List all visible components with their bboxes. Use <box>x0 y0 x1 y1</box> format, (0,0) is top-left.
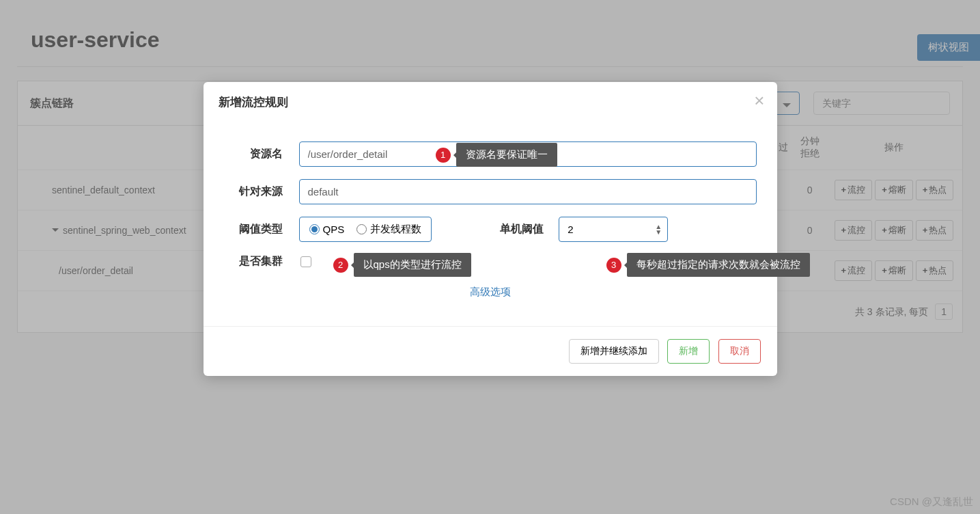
modal-footer: 新增并继续添加 新增 取消 <box>204 326 777 376</box>
callout-badge-1: 1 <box>436 148 451 163</box>
callout-2: 2 以qps的类型进行流控 <box>354 253 471 277</box>
callout-2-text: 以qps的类型进行流控 <box>363 258 462 271</box>
label-cluster: 是否集群 <box>224 254 299 269</box>
advanced-link[interactable]: 高级选项 <box>470 286 511 297</box>
close-icon[interactable]: × <box>754 92 764 109</box>
callout-badge-2: 2 <box>333 258 348 273</box>
radio-qps-label: QPS <box>323 224 345 235</box>
row-cluster: 是否集群 2 以qps的类型进行流控 3 每秒超过指定的请求次数就会被流控 <box>224 254 757 269</box>
radio-threads-label: 并发线程数 <box>370 223 421 236</box>
callout-badge-3: 3 <box>606 258 621 273</box>
callout-1-text: 资源名要保证唯一 <box>466 148 548 161</box>
radio-qps-input[interactable] <box>309 224 320 234</box>
number-spinner-icon[interactable]: ▲▼ <box>655 224 662 235</box>
threshold-value: 2 <box>568 224 573 235</box>
modal-header: 新增流控规则 × <box>204 82 777 122</box>
row-source: 针对来源 <box>224 179 757 204</box>
label-threshold-type: 阈值类型 <box>224 222 299 236</box>
source-input[interactable] <box>299 179 757 204</box>
callout-3-text: 每秒超过指定的请求次数就会被流控 <box>636 258 800 271</box>
cancel-button[interactable]: 取消 <box>718 339 761 364</box>
radio-threads[interactable]: 并发线程数 <box>356 223 421 236</box>
label-source: 针对来源 <box>224 185 299 199</box>
threshold-input[interactable]: 2 ▲▼ <box>559 217 668 242</box>
watermark: CSDN @又逢乱世 <box>890 496 973 509</box>
label-resource: 资源名 <box>224 147 299 161</box>
radio-threads-input[interactable] <box>356 224 367 234</box>
callout-3: 3 每秒超过指定的请求次数就会被流控 <box>627 253 810 277</box>
modal-overlay: 新增流控规则 × 资源名 1 资源名要保证唯一 针对来源 阈值类型 QP <box>0 0 980 514</box>
add-button[interactable]: 新增 <box>667 339 710 364</box>
threshold-type-group: QPS 并发线程数 <box>299 217 432 242</box>
row-resource: 资源名 1 资源名要保证唯一 <box>224 141 757 167</box>
label-single-threshold: 单机阈值 <box>500 222 544 236</box>
advanced-row: 高级选项 <box>224 286 757 299</box>
modal-title: 新增流控规则 <box>219 94 762 110</box>
flow-rule-modal: 新增流控规则 × 资源名 1 资源名要保证唯一 针对来源 阈值类型 QP <box>204 82 777 376</box>
add-continue-button[interactable]: 新增并继续添加 <box>569 339 659 364</box>
row-threshold-type: 阈值类型 QPS 并发线程数 单机阈值 2 ▲▼ <box>224 217 757 242</box>
callout-1: 1 资源名要保证唯一 <box>456 143 557 167</box>
radio-qps[interactable]: QPS <box>309 224 345 235</box>
cluster-checkbox[interactable] <box>300 256 311 267</box>
